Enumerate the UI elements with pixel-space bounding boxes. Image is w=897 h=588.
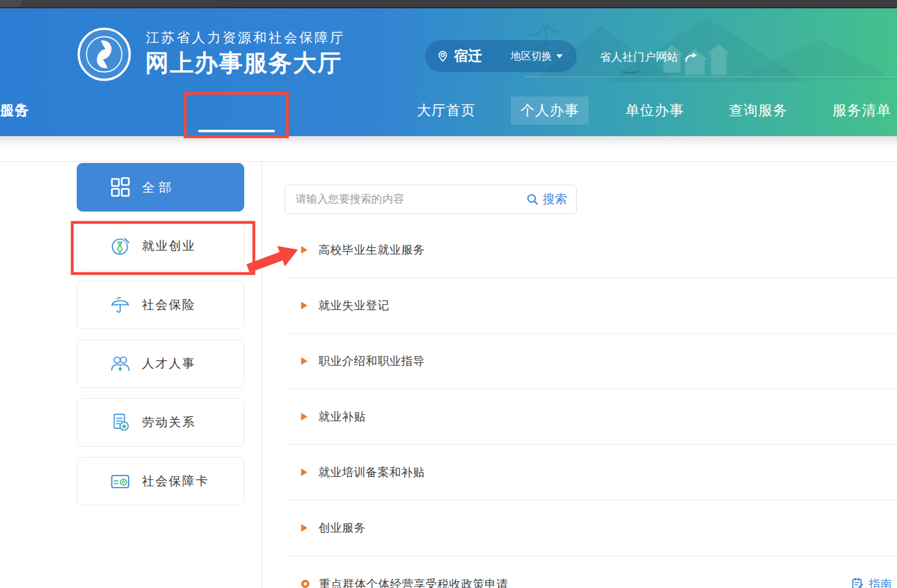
triangle-bullet-icon — [301, 357, 308, 365]
sidebar-item-employment[interactable]: 就业创业 — [77, 222, 244, 270]
guide-link[interactable]: 指南 — [851, 576, 892, 588]
location-selector[interactable]: 宿迁 地区切换 — [425, 40, 577, 72]
content-area: 全部 就业创业 社会保险 — [0, 136, 897, 588]
provincial-portal-link[interactable]: 省人社门户网站 — [600, 48, 699, 66]
location-pin-icon — [437, 50, 449, 63]
active-tab-underline — [198, 130, 275, 132]
umbrella-icon — [109, 294, 131, 316]
category-sidebar: 全部 就业创业 社会保险 — [77, 163, 244, 516]
browser-tab-hint — [0, 0, 22, 7]
page-title: 网上办事服务大厅 — [145, 47, 342, 79]
service-row-unemployment-registration[interactable]: 就业失业登记 — [285, 278, 897, 334]
page: 江苏省人力资源和社会保障厅 网上办事服务大厅 宿迁 地区切换 省人社门户网站 大… — [0, 0, 897, 588]
service-row-career-guidance[interactable]: 职业介绍和职业指导 — [285, 334, 897, 389]
sidebar-item-label: 就业创业 — [142, 238, 196, 254]
sidebar-item-label: 社会保险 — [142, 297, 196, 313]
portal-link-label: 省人社门户网站 — [600, 49, 678, 65]
nav-map-services[interactable]: 地图服务 — [0, 97, 39, 125]
people-icon — [109, 353, 131, 375]
service-panel: 搜索 高校毕业生就业服务 就业失业登记 职业介绍和职业指导 — [285, 162, 897, 588]
triangle-bullet-icon — [301, 302, 308, 309]
sidebar-item-social-security-card[interactable]: 社会保障卡 — [77, 457, 244, 506]
header-shadow — [0, 136, 897, 146]
nav-query-services[interactable]: 查询服务 — [719, 97, 797, 125]
sidebar-item-labor-relations[interactable]: 劳动关系 — [77, 398, 244, 447]
service-list: 高校毕业生就业服务 就业失业登记 职业介绍和职业指导 就业补贴 就业培训备案和补… — [285, 222, 897, 588]
triangle-bullet-icon — [301, 524, 308, 532]
guide-link-label: 指南 — [869, 576, 892, 588]
sidebar-item-label: 社会保障卡 — [142, 473, 209, 490]
search-input[interactable] — [285, 186, 526, 213]
service-row-startup-services[interactable]: 创业服务 — [285, 500, 897, 556]
triangle-bullet-icon — [301, 468, 308, 476]
chevron-down-icon — [556, 54, 563, 58]
service-row-training-subsidy[interactable]: 就业培训备案和补贴 — [285, 445, 897, 500]
search-button[interactable]: 搜索 — [526, 191, 567, 208]
service-row-graduate-employment[interactable]: 高校毕业生就业服务 — [285, 222, 897, 278]
service-row-employment-subsidy[interactable]: 就业补贴 — [285, 389, 897, 445]
sidebar-item-talent-hr[interactable]: 人才人事 — [77, 339, 244, 388]
external-share-arrow-icon — [684, 51, 699, 63]
employment-tie-icon — [109, 235, 131, 257]
agency-logo — [77, 27, 132, 82]
search-icon — [526, 193, 539, 206]
region-switch-label[interactable]: 地区切换 — [511, 50, 552, 63]
service-row-tax-policy-application[interactable]: 重点群体个体经营享受税收政策申请 指南 — [285, 556, 897, 588]
sidebar-item-label: 劳动关系 — [142, 414, 196, 431]
sidebar-item-all[interactable]: 全部 — [77, 163, 244, 212]
agency-title: 江苏省人力资源和社会保障厅 — [146, 29, 345, 47]
sidebar-item-social-insurance[interactable]: 社会保险 — [77, 281, 244, 329]
triangle-bullet-icon — [301, 413, 308, 421]
browser-chrome-bar — [0, 0, 897, 8]
sidebar-item-label: 人才人事 — [142, 355, 196, 372]
nav-hall-home[interactable]: 大厅首页 — [407, 97, 485, 125]
grid-icon — [109, 176, 131, 198]
nav-personal-services[interactable]: 个人办事 — [511, 97, 589, 125]
sidebar-content-divider — [261, 162, 262, 588]
current-city-label: 宿迁 — [454, 47, 482, 66]
nav-service-list[interactable]: 服务清单 — [823, 97, 897, 125]
nav-employer-services[interactable]: 单位办事 — [616, 97, 694, 125]
search-box: 搜索 — [285, 185, 577, 214]
triangle-bullet-icon — [301, 246, 308, 254]
search-button-label: 搜索 — [543, 191, 567, 208]
circle-bullet-icon — [301, 580, 309, 588]
sidebar-item-label: 全部 — [142, 179, 175, 196]
site-header: 江苏省人力资源和社会保障厅 网上办事服务大厅 宿迁 地区切换 省人社门户网站 大… — [0, 8, 897, 136]
document-star-icon — [109, 412, 131, 433]
social-card-icon — [109, 470, 131, 492]
guide-document-icon — [851, 577, 864, 588]
